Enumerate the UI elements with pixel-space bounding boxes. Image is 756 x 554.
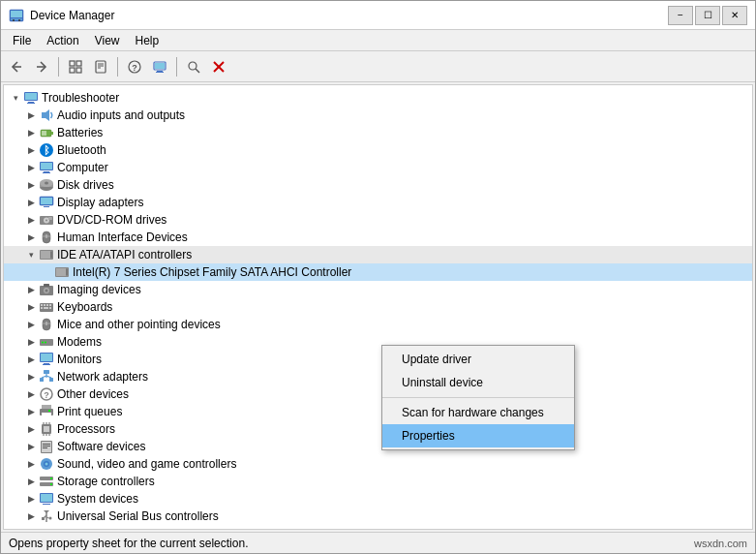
tree-item-keyboards[interactable]: ▶ Keyboards	[4, 298, 752, 316]
help-button[interactable]: ?	[123, 55, 146, 78]
context-menu: Update driver Uninstall device Scan for …	[381, 345, 575, 450]
tree-item-ide[interactable]: ▾ IDE ATA/ATAPI controllers	[4, 246, 752, 263]
expand-ide[interactable]: ▾	[23, 247, 39, 262]
expand-software[interactable]: ▶	[23, 439, 39, 454]
ctx-properties[interactable]: Properties	[382, 424, 574, 447]
expand-imaging[interactable]: ▶	[23, 282, 39, 297]
expand-modems[interactable]: ▶	[23, 334, 39, 350]
modems-icon	[39, 334, 54, 350]
back-button[interactable]	[5, 55, 28, 78]
show-hidden-button[interactable]	[64, 55, 87, 78]
svg-rect-9	[96, 61, 106, 73]
ide-label: IDE ATA/ATAPI controllers	[57, 248, 192, 262]
svg-rect-89	[42, 413, 51, 417]
expand-usb[interactable]: ▶	[23, 508, 39, 524]
maximize-button[interactable]: ☐	[695, 6, 720, 25]
svg-point-73	[42, 342, 44, 344]
tree-item-hid[interactable]: ▶ Human Interface Devices	[4, 229, 752, 246]
expand-storage[interactable]: ▶	[23, 474, 39, 489]
toolbar-separator-3	[176, 57, 177, 77]
expand-monitors[interactable]: ▶	[23, 352, 39, 367]
expand-sound[interactable]: ▶	[23, 456, 39, 472]
menu-action[interactable]: Action	[39, 32, 86, 49]
mice-label: Mice and other pointing devices	[57, 318, 221, 331]
svg-rect-56	[66, 269, 68, 275]
expand-hid[interactable]: ▶	[23, 230, 39, 245]
remove-button[interactable]	[207, 55, 230, 78]
expand-network[interactable]: ▶	[23, 369, 39, 385]
tree-item-sound[interactable]: ▶ Sound, video and game controllers	[4, 455, 752, 473]
tree-item-disk[interactable]: ▶ Disk drives	[4, 176, 752, 194]
tree-item-processors[interactable]: ▶ Processors	[4, 420, 752, 438]
expand-other[interactable]: ▶	[23, 386, 39, 402]
tree-item-print[interactable]: ▶ Print queues	[4, 403, 752, 420]
svg-rect-25	[28, 102, 34, 103]
tree-root[interactable]: ▾ Troubleshooter	[4, 89, 752, 107]
tree-item-display[interactable]: ▶ Display adapters	[4, 194, 752, 211]
expand-processors[interactable]: ▶	[23, 421, 39, 437]
expand-system[interactable]: ▶	[23, 491, 39, 507]
svg-text:?: ?	[132, 63, 137, 73]
svg-rect-47	[48, 217, 52, 220]
svg-rect-17	[157, 71, 163, 72]
forward-button[interactable]	[30, 55, 53, 78]
tree-item-software[interactable]: ▶ Software devices	[4, 438, 752, 455]
expand-print[interactable]: ▶	[23, 404, 39, 419]
minimize-button[interactable]: −	[668, 6, 693, 25]
expand-computer[interactable]: ▶	[23, 160, 39, 175]
ctx-scan-hardware[interactable]: Scan for hardware changes	[382, 401, 574, 424]
tree-item-computer[interactable]: ▶ Computer	[4, 159, 752, 176]
svg-rect-103	[43, 447, 47, 448]
menu-help[interactable]: Help	[128, 32, 167, 49]
tree-item-storage[interactable]: ▶ Storage controllers	[4, 473, 752, 490]
status-brand: wsxdn.com	[694, 538, 747, 549]
expand-bluetooth[interactable]: ▶	[23, 142, 39, 158]
properties-button[interactable]	[89, 55, 112, 78]
tree-item-network[interactable]: ▶ Network adapters	[4, 368, 752, 385]
tree-item-batteries[interactable]: ▶ Batteries	[4, 124, 752, 141]
close-button[interactable]: ✕	[722, 6, 747, 25]
print-label: Print queues	[57, 405, 122, 418]
menu-file[interactable]: File	[5, 32, 39, 49]
scan-button[interactable]	[182, 55, 205, 78]
tree-item-imaging[interactable]: ▶ Imaging devices	[4, 281, 752, 298]
expand-display[interactable]: ▶	[23, 195, 39, 210]
computer-button[interactable]	[148, 55, 171, 78]
root-label: Troubleshooter	[42, 91, 119, 105]
svg-rect-102	[43, 446, 50, 446]
tree-item-other[interactable]: ▶ ? Other devices	[4, 385, 752, 403]
batteries-label: Batteries	[57, 126, 103, 139]
expand-keyboards[interactable]: ▶	[23, 299, 39, 315]
svg-rect-68	[49, 307, 51, 309]
expand-disk[interactable]: ▶	[23, 177, 39, 193]
ctx-separator	[382, 397, 574, 398]
svg-rect-1	[11, 11, 22, 17]
tree-item-mice[interactable]: ▶ Mice and other pointing devices	[4, 316, 752, 333]
menu-view[interactable]: View	[87, 32, 128, 49]
tree-item-usb[interactable]: ▶ Universal Serial Bus controllers	[4, 508, 752, 525]
expand-audio[interactable]: ▶	[23, 108, 39, 123]
tree-view[interactable]: ▾ Troubleshooter ▶	[4, 85, 752, 529]
bluetooth-label: Bluetooth	[57, 143, 106, 157]
svg-rect-87	[42, 405, 51, 409]
tree-item-dvd[interactable]: ▶ DVD/CD-ROM drives	[4, 211, 752, 229]
content-area: ▾ Troubleshooter ▶	[3, 84, 753, 530]
sound-label: Sound, video and game controllers	[57, 457, 236, 471]
tree-item-audio[interactable]: ▶ Audio inputs and outputs	[4, 107, 752, 124]
tree-item-bluetooth[interactable]: ▶ ᛒ Bluetooth	[4, 141, 752, 159]
monitors-label: Monitors	[57, 353, 102, 366]
software-label: Software devices	[57, 440, 145, 453]
tree-item-modems[interactable]: ▶ Modems	[4, 333, 752, 351]
expand-mice[interactable]: ▶	[23, 317, 39, 332]
ctx-update-driver[interactable]: Update driver	[382, 348, 574, 371]
expand-dvd[interactable]: ▶	[23, 212, 39, 228]
tree-item-intel-sata[interactable]: ▶ Intel(R) 7 Series Chipset Family SATA …	[4, 263, 752, 281]
expand-batteries[interactable]: ▶	[23, 125, 39, 140]
computer-tree-icon	[39, 160, 54, 175]
ctx-uninstall-device[interactable]: Uninstall device	[382, 371, 574, 394]
svg-rect-81	[49, 378, 53, 382]
tree-item-system[interactable]: ▶ System devices	[4, 490, 752, 508]
expand-root[interactable]: ▾	[8, 90, 23, 106]
svg-rect-34	[41, 163, 52, 169]
tree-item-monitors[interactable]: ▶ Monitors	[4, 351, 752, 368]
